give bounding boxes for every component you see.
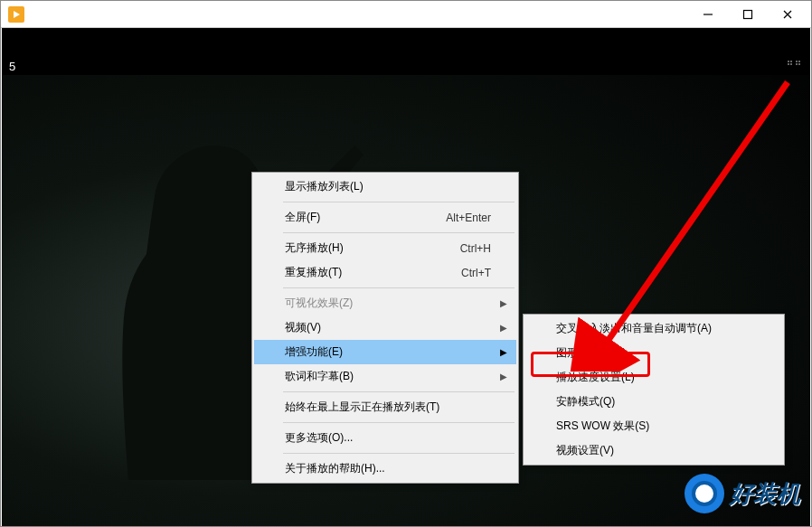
menu-label: 全屏(F) — [285, 210, 320, 225]
menu-shortcut: Alt+Enter — [446, 212, 491, 224]
submenu-video-settings[interactable]: 视频设置(V) — [525, 438, 782, 463]
menu-label: 可视化效果(Z) — [285, 296, 353, 311]
svg-rect-6 — [790, 61, 792, 62]
menu-label: 关于播放的帮助(H)... — [285, 461, 385, 476]
timestamp: 5 — [9, 60, 15, 73]
menu-label: 更多选项(O)... — [285, 430, 353, 446]
submenu-crossfade[interactable]: 交叉淡入淡出和音量自动调节(A) — [525, 316, 782, 341]
video-letterbox-top — [2, 28, 810, 75]
submenu-quiet[interactable]: 安静模式(Q) — [525, 390, 782, 414]
menu-help[interactable]: 关于播放的帮助(H)... — [254, 456, 516, 481]
menu-repeat[interactable]: 重复播放(T) Ctrl+T — [254, 260, 516, 285]
svg-rect-12 — [798, 63, 800, 65]
menu-separator — [283, 202, 515, 202]
submenu-speed[interactable]: 播放速度设置(L) — [525, 365, 782, 390]
menu-always-top[interactable]: 始终在最上显示正在播放列表(T) — [254, 395, 516, 419]
menu-label: 播放速度设置(L) — [556, 370, 635, 385]
menu-label: SRS WOW 效果(S) — [556, 419, 649, 434]
context-menu-enhance-sub: 交叉淡入淡出和音量自动调节(A) 图形均衡器(G) 播放速度设置(L) 安静模式… — [523, 314, 785, 466]
menu-label: 重复播放(T) — [285, 265, 342, 280]
menu-shortcut: Ctrl+H — [460, 242, 491, 255]
menu-lyrics[interactable]: 歌词和字幕(B) ▶ — [254, 364, 516, 389]
submenu-arrow-icon: ▶ — [500, 372, 507, 381]
menu-show-playlist[interactable]: 显示播放列表(L) — [254, 174, 516, 199]
svg-rect-10 — [798, 61, 800, 62]
svg-rect-5 — [788, 61, 789, 62]
close-button[interactable] — [768, 2, 807, 27]
submenu-arrow-icon: ▶ — [500, 298, 507, 308]
submenu-equalizer[interactable]: 图形均衡器(G) — [525, 341, 782, 365]
menu-label: 显示播放列表(L) — [285, 179, 364, 194]
menu-label: 图形均衡器(G) — [556, 345, 626, 361]
menu-label: 交叉淡入淡出和音量自动调节(A) — [556, 321, 712, 336]
svg-rect-9 — [796, 61, 798, 62]
context-menu-main: 显示播放列表(L) 全屏(F) Alt+Enter 无序播放(H) Ctrl+H… — [251, 172, 519, 484]
app-window: 5 显示播放列表(L) 全屏(F) Alt+Enter 无序播放(H) Ctrl… — [0, 0, 812, 527]
menu-video[interactable]: 视频(V) ▶ — [254, 315, 516, 340]
svg-rect-2 — [744, 10, 752, 18]
watermark-icon — [685, 474, 724, 513]
menu-separator — [283, 453, 515, 454]
svg-rect-8 — [790, 63, 792, 65]
menu-fullscreen[interactable]: 全屏(F) Alt+Enter — [254, 205, 516, 230]
titlebar — [1, 1, 811, 28]
menu-enhance[interactable]: 增强功能(E) ▶ — [254, 340, 516, 364]
minimize-button[interactable] — [688, 2, 728, 27]
menu-visual-fx: 可视化效果(Z) ▶ — [254, 291, 516, 315]
submenu-arrow-icon: ▶ — [500, 347, 507, 357]
menu-shuffle[interactable]: 无序播放(H) Ctrl+H — [254, 236, 516, 260]
menu-more-options[interactable]: 更多选项(O)... — [254, 426, 516, 450]
maximize-button[interactable] — [728, 2, 768, 27]
menu-label: 视频(V) — [285, 320, 321, 335]
menu-label: 安静模式(Q) — [556, 394, 615, 409]
expand-icon[interactable] — [787, 60, 801, 77]
watermark: 好装机 — [685, 474, 800, 513]
menu-label: 始终在最上显示正在播放列表(T) — [285, 400, 439, 415]
menu-label: 歌词和字幕(B) — [285, 369, 354, 384]
menu-shortcut: Ctrl+T — [461, 267, 491, 279]
svg-rect-7 — [788, 63, 789, 65]
watermark-text: 好装机 — [730, 478, 800, 510]
menu-separator — [283, 391, 515, 392]
svg-rect-11 — [796, 63, 798, 65]
submenu-arrow-icon: ▶ — [500, 323, 507, 333]
app-icon — [8, 6, 24, 23]
menu-separator — [283, 232, 515, 233]
menu-separator — [283, 422, 515, 423]
submenu-srs[interactable]: SRS WOW 效果(S) — [525, 414, 782, 438]
window-controls — [688, 2, 807, 27]
menu-label: 无序播放(H) — [285, 240, 344, 256]
menu-separator — [283, 287, 515, 288]
menu-label: 视频设置(V) — [556, 443, 614, 458]
menu-label: 增强功能(E) — [285, 344, 343, 360]
svg-marker-0 — [14, 11, 20, 18]
